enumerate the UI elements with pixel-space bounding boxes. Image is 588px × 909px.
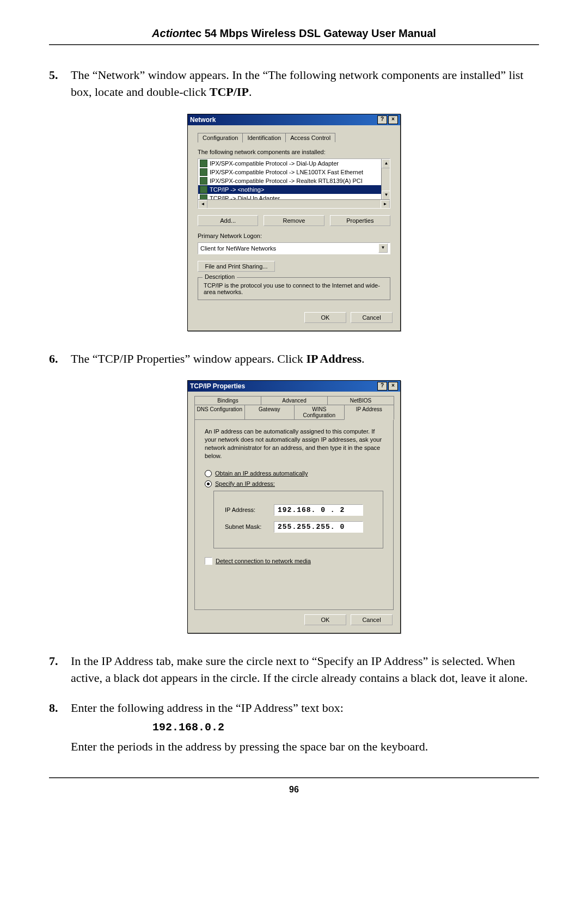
network-titlebar[interactable]: Network ? ×: [188, 114, 400, 125]
dialog-title: Network: [190, 116, 216, 124]
cancel-button[interactable]: Cancel: [351, 312, 393, 323]
primary-logon-combo[interactable]: Client for NetWare Networks ▼: [198, 242, 390, 254]
radio-specify-ip[interactable]: Specify an IP address:: [205, 480, 383, 487]
ip-address-input[interactable]: 192.168. 0 . 2: [274, 504, 363, 516]
header-rule: [49, 44, 539, 45]
page-number: 96: [49, 785, 539, 795]
tab-access-control[interactable]: Access Control: [285, 133, 335, 142]
radio-icon-checked: [205, 480, 212, 487]
checkbox-label: Detect connection to network media: [216, 558, 311, 564]
file-print-sharing-button[interactable]: File and Print Sharing...: [198, 261, 275, 272]
ip-address-literal: 192.168.0.2: [152, 720, 539, 735]
step-num: 7.: [49, 653, 71, 687]
protocol-icon: [200, 168, 207, 176]
step-text: .: [249, 85, 252, 99]
combo-value: Client for NetWare Networks: [200, 245, 276, 252]
properties-button[interactable]: Properties: [330, 215, 390, 226]
list-text: IPX/SPX-compatible Protocol -> Dial-Up A…: [210, 160, 339, 167]
page-header-title: Actiontec 54 Mbps Wireless DSL Gateway U…: [49, 27, 539, 40]
tab-bindings[interactable]: Bindings: [194, 396, 261, 405]
list-item[interactable]: IPX/SPX-compatible Protocol -> Dial-Up A…: [198, 159, 390, 168]
step-num: 6.: [49, 351, 71, 368]
brand-italic: Action: [152, 27, 186, 39]
step-8: 8. Enter the following address in the “I…: [49, 700, 539, 755]
step-num: 8.: [49, 700, 71, 755]
step-text: The “TCP/IP Properties” window appears. …: [71, 352, 306, 365]
tab-configuration[interactable]: Configuration: [198, 133, 243, 143]
step-7: 7. In the IP Address tab, make sure the …: [49, 653, 539, 687]
radio-obtain-auto[interactable]: Obtain an IP address automatically: [205, 470, 383, 477]
cancel-button[interactable]: Cancel: [351, 614, 393, 625]
network-dialog: Network ? × Configuration Identification…: [187, 114, 401, 331]
scroll-up-icon[interactable]: ▲: [382, 159, 390, 168]
step-6: 6. The “TCP/IP Properties” window appear…: [49, 351, 539, 368]
ip-address-label: IP Address:: [225, 507, 274, 513]
protocol-icon: [200, 177, 207, 185]
step-text: Enter the periods in the address by pres…: [71, 740, 428, 753]
components-label: The following network components are ins…: [198, 149, 390, 155]
scrollbar-horizontal[interactable]: ◄ ►: [198, 199, 390, 208]
list-item-selected[interactable]: TCP/IP -> <nothing>: [198, 185, 390, 194]
chevron-down-icon[interactable]: ▼: [378, 243, 388, 253]
list-text: IPX/SPX-compatible Protocol -> Realtek R…: [210, 178, 363, 184]
scrollbar-vertical[interactable]: ▲ ▼: [381, 159, 390, 200]
close-button[interactable]: ×: [388, 115, 398, 124]
dialog-title: TCP/IP Properties: [190, 382, 245, 390]
step-5: 5. The “Network” window appears. In the …: [49, 67, 539, 101]
step-text: The “Network” window appears. In the “Th…: [71, 68, 523, 99]
step-body: The “Network” window appears. In the “Th…: [71, 67, 539, 101]
ip-group: IP Address: 192.168. 0 . 2 Subnet Mask: …: [213, 491, 383, 548]
checkbox-icon: [205, 557, 212, 565]
tab-gateway[interactable]: Gateway: [244, 405, 295, 419]
description-title: Description: [203, 273, 237, 280]
scroll-right-icon[interactable]: ►: [381, 200, 390, 209]
remove-button[interactable]: Remove: [264, 215, 324, 226]
step-body: The “TCP/IP Properties” window appears. …: [71, 351, 539, 368]
scroll-down-icon[interactable]: ▼: [382, 191, 390, 200]
scroll-left-icon[interactable]: ◄: [198, 200, 207, 209]
subnet-mask-input[interactable]: 255.255.255. 0: [274, 521, 363, 533]
protocol-icon: [200, 186, 207, 193]
help-button[interactable]: ?: [377, 382, 387, 391]
tab-wins[interactable]: WINS Configuration: [294, 405, 345, 419]
tab-dns[interactable]: DNS Configuration: [194, 405, 245, 419]
ok-button[interactable]: OK: [304, 614, 346, 625]
step-num: 5.: [49, 67, 71, 101]
close-button[interactable]: ×: [388, 382, 398, 391]
brand-rest: tec 54 Mbps Wireless DSL Gateway User Ma…: [186, 27, 436, 39]
add-button[interactable]: Add...: [198, 215, 258, 226]
ok-button[interactable]: OK: [304, 312, 346, 323]
radio-icon: [205, 470, 212, 477]
help-button[interactable]: ?: [377, 115, 387, 124]
subnet-mask-label: Subnet Mask:: [225, 523, 274, 530]
list-text: IPX/SPX-compatible Protocol -> LNE100TX …: [210, 169, 363, 175]
step-text: .: [362, 352, 365, 365]
tab-advanced[interactable]: Advanced: [261, 396, 328, 405]
step-body: Enter the following address in the “IP A…: [71, 700, 539, 755]
protocol-icon: [200, 160, 207, 167]
tcpip-dialog: TCP/IP Properties ? × Bindings Advanced …: [187, 380, 401, 633]
step-bold: IP Address: [306, 352, 362, 365]
step-text: Enter the following address in the “IP A…: [71, 701, 344, 715]
primary-logon-label: Primary Network Logon:: [198, 233, 390, 239]
list-item[interactable]: IPX/SPX-compatible Protocol -> Realtek R…: [198, 176, 390, 185]
footer-rule: [49, 777, 539, 778]
components-listbox[interactable]: IPX/SPX-compatible Protocol -> Dial-Up A…: [198, 158, 390, 209]
radio-label: Specify an IP address:: [215, 480, 275, 487]
detect-connection-checkbox[interactable]: Detect connection to network media: [205, 557, 383, 565]
list-item[interactable]: IPX/SPX-compatible Protocol -> LNE100TX …: [198, 168, 390, 176]
tab-ip-address[interactable]: IP Address: [344, 405, 395, 420]
list-text: TCP/IP -> <nothing>: [210, 186, 264, 193]
tcpip-titlebar[interactable]: TCP/IP Properties ? ×: [188, 381, 400, 392]
step-bold: TCP/IP: [210, 85, 249, 99]
step-body: In the IP Address tab, make sure the cir…: [71, 653, 539, 687]
tcpip-description: An IP address can be automatically assig…: [205, 428, 383, 460]
tab-netbios[interactable]: NetBIOS: [327, 396, 394, 405]
radio-label: Obtain an IP address automatically: [215, 470, 308, 477]
tab-identification[interactable]: Identification: [242, 133, 286, 142]
description-text: TCP/IP is the protocol you use to connec…: [204, 282, 384, 295]
